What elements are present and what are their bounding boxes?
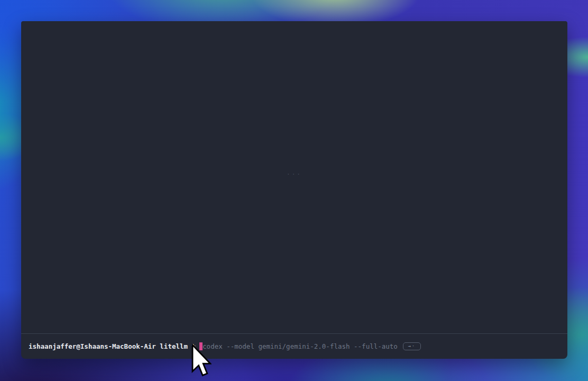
terminal-prompt-line[interactable]: ishaanjaffer@Ishaans-MacBook-Air litellm…: [21, 334, 567, 359]
autosuggestion-text: codex --model gemini/gemini-2.0-flash --…: [203, 342, 398, 350]
terminal-output-area: ···: [21, 21, 567, 333]
accept-suggestion-badge: →·: [403, 342, 421, 350]
text-cursor: [199, 342, 203, 350]
loading-ellipsis: ···: [21, 171, 567, 178]
terminal-window[interactable]: ··· ishaanjaffer@Ishaans-MacBook-Air lit…: [21, 21, 567, 359]
prompt-label: ishaanjaffer@Ishaans-MacBook-Air litellm…: [29, 342, 196, 350]
